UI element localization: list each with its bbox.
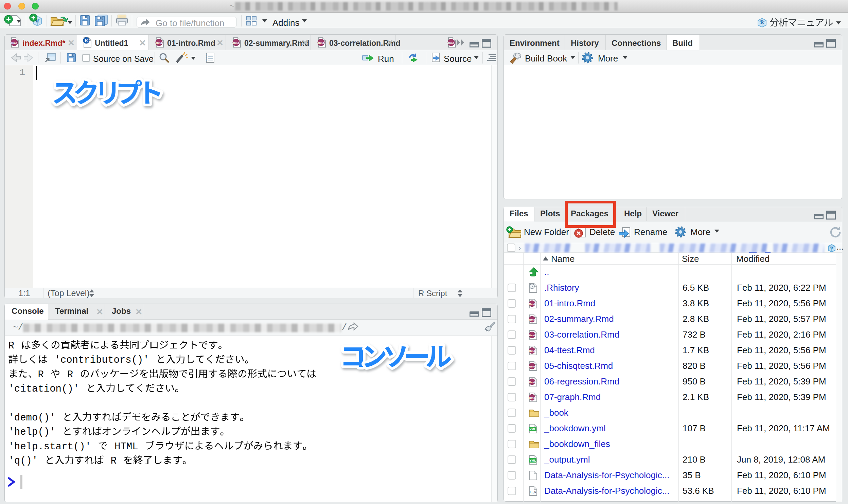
svg-text:R: R	[830, 246, 833, 250]
svg-text:Rmd: Rmd	[156, 41, 162, 44]
svg-text:Rmd: Rmd	[529, 318, 535, 321]
svg-text:Rmd: Rmd	[529, 303, 535, 306]
svg-text:R: R	[85, 38, 88, 43]
svg-text:R: R	[760, 20, 764, 25]
svg-text:YML: YML	[530, 459, 536, 462]
svg-text:Rmd: Rmd	[529, 396, 535, 399]
svg-text:YML: YML	[530, 428, 536, 431]
svg-text:Rmd: Rmd	[318, 41, 324, 44]
svg-text:Rmd: Rmd	[233, 41, 239, 44]
svg-text:Rmd: Rmd	[11, 41, 17, 44]
svg-text:Rmd: Rmd	[529, 334, 535, 337]
svg-text:Rmd: Rmd	[529, 381, 535, 384]
svg-text:Rmd: Rmd	[529, 349, 535, 353]
svg-text:Rmd: Rmd	[529, 365, 535, 368]
svg-text:Rmd: Rmd	[448, 41, 454, 44]
